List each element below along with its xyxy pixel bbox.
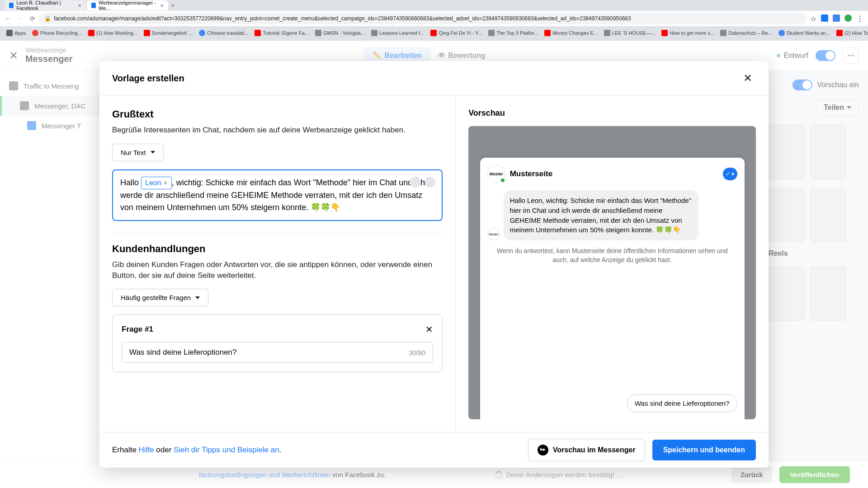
preview-pane: Vorschau Muster Musterseite ✓ ▾ Must [456, 96, 769, 432]
bookmark-item[interactable]: Money Changes E... [542, 29, 599, 37]
phone-preview-frame: Muster Musterseite ✓ ▾ Muster Hallo Leon… [468, 126, 756, 419]
apps-bookmark[interactable]: Apps [5, 29, 28, 37]
bookmark-item[interactable]: The Top 3 Platfor... [486, 29, 540, 37]
template-modal: Vorlage erstellen ✕ Grußtext Begrüße Int… [99, 61, 769, 468]
modal-header: Vorlage erstellen ✕ [99, 61, 769, 95]
bookmark-item[interactable]: Tutorial: Eigene Fa... [253, 29, 311, 37]
bookmark-item[interactable]: LEE 'S HOUSE—... [602, 29, 657, 37]
actions-section-desc: Gib deinen Kunden Fragen oder Antworten … [112, 259, 443, 281]
modal-footer: Erhalte Hilfe oder Sieh dir Tipps und Be… [99, 432, 769, 468]
back-icon[interactable]: ← [5, 15, 11, 22]
modal-title: Vorlage erstellen [112, 73, 184, 84]
url-text: facebook.com/adsmanager/manage/ads/edit?… [54, 15, 631, 22]
faq-question-input[interactable] [129, 348, 409, 357]
close-icon[interactable]: ✕ [160, 3, 164, 8]
extension-icon[interactable] [821, 14, 828, 22]
lock-icon: 🔒 [44, 15, 51, 22]
bookmark-item[interactable]: Datenschutz – Re... [718, 29, 774, 37]
reload-icon[interactable]: ⟳ [30, 15, 35, 22]
greeting-section-title: Grußtext [112, 108, 443, 120]
tips-link[interactable]: Sieh dir Tipps und Beispiele an [174, 446, 279, 454]
template-editor: Grußtext Begrüße Interessenten im Chat, … [99, 96, 456, 432]
chat-header: Muster Musterseite ✓ ▾ [487, 165, 737, 183]
bookmark-item[interactable]: Chinese translati... [197, 29, 250, 37]
greeting-format-dropdown[interactable]: Nur Text [112, 144, 164, 161]
browser-chrome: Leon R. Chaudhari | Facebook ✕ Werbeanze… [0, 0, 868, 41]
tab-title: Leon R. Chaudhari | Facebook [16, 0, 75, 11]
extension-icon[interactable] [833, 14, 840, 22]
faq-label: Frage #1 [122, 325, 153, 334]
preview-in-messenger-button[interactable]: Vorschau im Messenger [528, 439, 645, 461]
facebook-icon [91, 3, 96, 8]
verified-badge: ✓ ▾ [723, 168, 737, 180]
close-icon[interactable]: ✕ [78, 3, 81, 8]
emoji-picker-icon[interactable] [410, 177, 421, 188]
actions-section-title: Kundenhandlungen [112, 243, 443, 255]
online-indicator-icon [500, 178, 505, 183]
remove-faq-icon[interactable]: ✕ [425, 324, 433, 335]
char-count: 30/80 [409, 349, 426, 357]
url-bar: ← → ⟳ 🔒 facebook.com/adsmanager/manage/a… [0, 11, 868, 26]
action-type-dropdown[interactable]: Häufig gestellte Fragen [112, 289, 208, 306]
messenger-icon [538, 445, 548, 455]
chat-card: Muster Musterseite ✓ ▾ Muster Hallo Leon… [480, 158, 745, 419]
bookmark-item[interactable]: Student Wants an... [777, 29, 832, 37]
bookmark-item[interactable]: Phone Recycling... [30, 29, 84, 37]
quick-reply-chip[interactable]: Was sind deine Lieferoptionen? [627, 394, 737, 412]
forward-icon[interactable]: → [17, 15, 24, 22]
help-text: Erhalte Hilfe oder Sieh dir Tipps und Be… [112, 446, 281, 455]
help-link[interactable]: Hilfe [139, 446, 154, 454]
new-tab-button[interactable]: + [171, 2, 175, 9]
address-bar[interactable]: 🔒 facebook.com/adsmanager/manage/ads/edi… [39, 13, 807, 24]
browser-tab-active[interactable]: Werbeanzeigenmanager - We... ✕ [87, 0, 168, 10]
preview-title: Vorschau [468, 108, 756, 118]
save-and-exit-button[interactable]: Speichern und beenden [652, 440, 756, 460]
browser-tab[interactable]: Leon R. Chaudhari | Facebook ✕ [5, 0, 86, 10]
bookmark-item[interactable]: Lessons Learned f... [369, 29, 426, 37]
modal-backdrop: Vorlage erstellen ✕ Grußtext Begrüße Int… [0, 41, 868, 488]
faq-input-wrapper[interactable]: 30/80 [122, 342, 433, 363]
close-icon[interactable]: ✕ [740, 70, 756, 86]
bookmark-bar: Apps Phone Recycling... (1) How Working.… [0, 26, 868, 40]
facebook-icon [9, 3, 14, 8]
tab-title: Werbeanzeigenmanager - We... [99, 0, 157, 11]
greeting-section-desc: Begrüße Interessenten im Chat, nachdem s… [112, 125, 443, 136]
bookmark-item[interactable]: Qing Fei De Yi - Y... [429, 29, 484, 37]
faq-item: Frage #1 ✕ 30/80 [112, 314, 443, 372]
greeting-text-input[interactable]: Hallo Leon✕, wichtig: Schicke mir einfac… [112, 169, 443, 221]
personalization-token[interactable]: Leon✕ [141, 177, 172, 189]
chevron-down-icon [195, 296, 200, 299]
bookmark-item[interactable]: GMSN - Vologda... [313, 29, 367, 37]
bookmark-item[interactable]: Sonderangebot! ... [142, 29, 195, 37]
tab-strip: Leon R. Chaudhari | Facebook ✕ Werbeanze… [0, 0, 868, 11]
bookmark-item[interactable]: How to get more v... [660, 29, 716, 37]
greeting-message-bubble: Hallo Leon, wichtig: Schicke mir einfach… [504, 190, 698, 240]
msg-avatar-icon: Muster [487, 228, 500, 240]
message-row: Muster Hallo Leon, wichtig: Schicke mir … [487, 190, 737, 240]
page-name: Musterseite [510, 169, 718, 178]
chevron-down-icon [151, 151, 155, 154]
bookmark-item[interactable]: (2) How To Add A... [835, 29, 868, 37]
personalize-icon[interactable] [425, 177, 435, 188]
extension-icon[interactable] [844, 14, 852, 22]
divider [112, 232, 443, 232]
star-icon[interactable]: ☆ [810, 14, 816, 23]
menu-icon[interactable]: ⋮ [856, 14, 863, 23]
remove-token-icon[interactable]: ✕ [163, 179, 168, 187]
privacy-disclaimer: Wenn du antwortest, kann Musterseite dei… [487, 247, 737, 264]
bookmark-item[interactable]: (1) How Working... [86, 29, 139, 37]
